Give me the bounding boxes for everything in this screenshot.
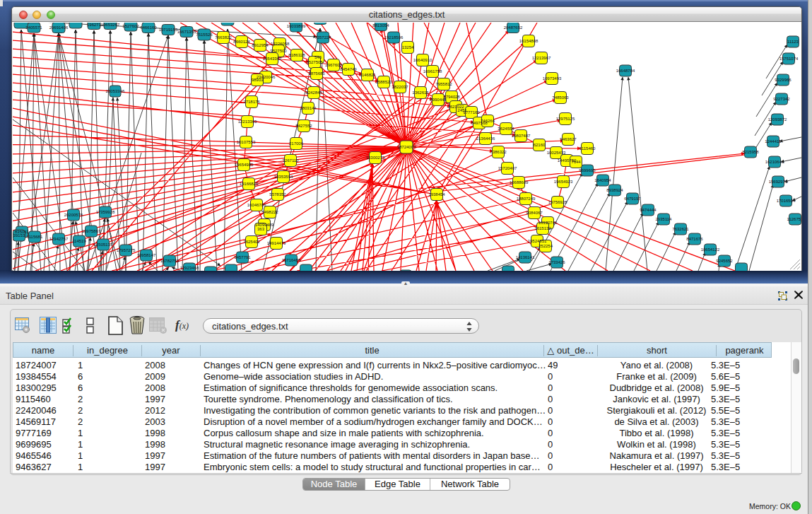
svg-text:19654923: 19654923: [554, 180, 573, 184]
svg-text:1362615: 1362615: [412, 90, 429, 95]
svg-text:13254: 13254: [402, 45, 414, 49]
svg-text:196271: 196271: [87, 23, 102, 27]
svg-text:10654122: 10654122: [701, 247, 720, 252]
svg-text:9242845: 9242845: [305, 90, 322, 95]
svg-text:15692971: 15692971: [769, 180, 788, 184]
svg-text:3624554: 3624554: [498, 127, 514, 131]
svg-text:20487652: 20487652: [504, 25, 523, 30]
svg-text:14136141: 14136141: [516, 255, 535, 259]
svg-text:114519: 114519: [72, 239, 86, 243]
svg-text:1244415: 1244415: [765, 139, 782, 144]
svg-text:98903: 98903: [252, 78, 264, 82]
svg-text:19218506: 19218506: [384, 35, 404, 40]
svg-text:7632621: 7632621: [672, 227, 689, 231]
svg-text:16154808: 16154808: [519, 39, 539, 43]
svg-text:2405571: 2405571: [25, 25, 42, 30]
svg-text:18724007: 18724007: [397, 145, 416, 149]
svg-text:1733426: 1733426: [548, 260, 565, 264]
svg-text:16648784: 16648784: [616, 69, 635, 73]
svg-text:16120746: 16120746: [539, 221, 558, 225]
svg-text:7625402: 7625402: [243, 240, 260, 244]
svg-text:9777169: 9777169: [463, 110, 480, 115]
svg-text:13353594: 13353594: [274, 175, 293, 179]
svg-text:3267110: 3267110: [283, 158, 300, 163]
svg-text:2935114: 2935114: [656, 217, 673, 221]
svg-text:7644: 7644: [571, 160, 581, 164]
svg-text:10688609: 10688609: [510, 180, 529, 185]
svg-text:9084067: 9084067: [526, 211, 543, 215]
svg-text:21364436: 21364436: [476, 136, 495, 141]
svg-text:15300273: 15300273: [366, 156, 385, 160]
svg-text:20200576: 20200576: [64, 213, 83, 217]
svg-text:16671355: 16671355: [177, 30, 196, 34]
svg-text:17016504: 17016504: [777, 199, 796, 203]
svg-text:15716485: 15716485: [282, 258, 301, 262]
svg-text:12942757: 12942757: [49, 237, 69, 241]
svg-text:10719155: 10719155: [159, 28, 178, 32]
svg-text:9115460: 9115460: [579, 146, 596, 151]
svg-text:7386322: 7386322: [490, 150, 507, 154]
svg-text:8813054: 8813054: [372, 23, 389, 28]
svg-text:9527500: 9527500: [270, 49, 287, 53]
svg-text:5578352: 5578352: [269, 192, 286, 197]
svg-text:10975867: 10975867: [82, 229, 101, 233]
svg-text:8454749: 8454749: [340, 67, 357, 71]
svg-text:1115681: 1115681: [27, 235, 43, 239]
svg-text:10107553: 10107553: [237, 140, 256, 144]
svg-text:13226058: 13226058: [271, 42, 290, 46]
svg-text:9463627: 9463627: [560, 137, 577, 141]
svg-text:9457791: 9457791: [234, 255, 251, 259]
svg-text:8186328: 8186328: [288, 53, 305, 57]
svg-text:1615132: 1615132: [534, 226, 551, 230]
svg-text:9474444: 9474444: [640, 208, 657, 212]
svg-text:9245652: 9245652: [716, 259, 733, 263]
svg-text:546: 546: [314, 55, 322, 59]
svg-text:7357224: 7357224: [314, 35, 331, 40]
svg-text:9329966: 9329966: [775, 78, 792, 82]
svg-text:12923468: 12923468: [180, 266, 199, 270]
svg-text:5498222: 5498222: [261, 210, 278, 214]
svg-text:8471676: 8471676: [686, 237, 703, 241]
svg-text:17957275: 17957275: [117, 248, 136, 252]
svg-text:8660124: 8660124: [233, 40, 250, 44]
svg-text:3875685: 3875685: [308, 71, 325, 76]
svg-text:1938454: 1938454: [428, 192, 445, 197]
svg-text:19654985: 19654985: [235, 163, 254, 167]
svg-text:2803144: 2803144: [300, 106, 317, 110]
svg-text:252254: 252254: [539, 244, 553, 248]
svg-text:18807249: 18807249: [517, 197, 536, 201]
svg-text:10807487: 10807487: [512, 134, 531, 138]
svg-text:10653267: 10653267: [101, 23, 120, 27]
svg-text:12213967: 12213967: [532, 56, 551, 60]
svg-text:10973493: 10973493: [543, 76, 562, 81]
svg-text:19524851: 19524851: [528, 239, 547, 243]
svg-text:7663822: 7663822: [215, 35, 232, 40]
svg-text:9146821: 9146821: [359, 73, 376, 77]
svg-text:8938924: 8938924: [606, 188, 623, 192]
svg-text:62160: 62160: [534, 143, 546, 147]
svg-text:7485063: 7485063: [552, 95, 569, 100]
svg-text:20053346: 20053346: [106, 89, 125, 93]
svg-text:8912954: 8912954: [252, 43, 269, 47]
svg-text:11123: 11123: [787, 40, 799, 44]
svg-text:9227342: 9227342: [773, 97, 790, 101]
svg-text:12505135: 12505135: [94, 243, 113, 247]
svg-text:16640910: 16640910: [413, 58, 433, 62]
svg-text:9527505: 9527505: [306, 60, 323, 64]
svg-text:15720407: 15720407: [498, 166, 517, 170]
svg-text:217006: 217006: [289, 141, 304, 146]
svg-text:3822037: 3822037: [392, 85, 408, 89]
svg-text:6794028: 6794028: [443, 95, 460, 99]
svg-text:16033809: 16033809: [287, 24, 306, 28]
svg-text:746266: 746266: [481, 119, 495, 123]
svg-text:2718176: 2718176: [243, 100, 260, 104]
svg-text:7955812: 7955812: [435, 82, 452, 86]
svg-text:1588520: 1588520: [375, 80, 392, 84]
svg-text:8427552: 8427552: [295, 124, 312, 128]
svg-text:19756928: 19756928: [548, 200, 567, 204]
svg-text:12213369: 12213369: [238, 119, 257, 124]
svg-text:1126753: 1126753: [787, 217, 801, 221]
svg-text:6466160: 6466160: [140, 25, 157, 30]
svg-text:8215958: 8215958: [742, 150, 759, 154]
svg-text:12093872: 12093872: [768, 117, 787, 122]
